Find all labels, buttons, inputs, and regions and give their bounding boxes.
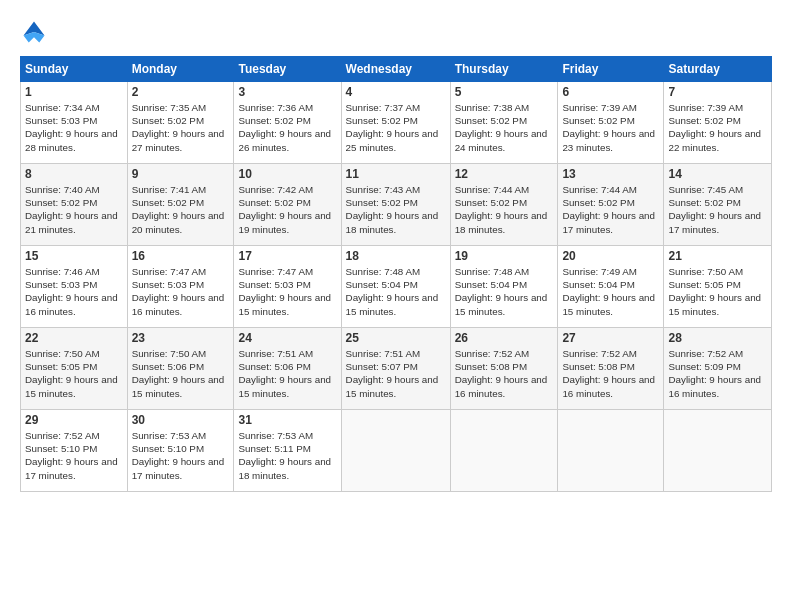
calendar-cell: 14 Sunrise: 7:45 AMSunset: 5:02 PMDaylig… xyxy=(664,164,772,246)
calendar-cell: 6 Sunrise: 7:39 AMSunset: 5:02 PMDayligh… xyxy=(558,82,664,164)
day-number: 23 xyxy=(132,331,230,345)
weekday-header-friday: Friday xyxy=(558,57,664,82)
day-number: 9 xyxy=(132,167,230,181)
calendar-cell: 27 Sunrise: 7:52 AMSunset: 5:08 PMDaylig… xyxy=(558,328,664,410)
day-info: Sunrise: 7:40 AMSunset: 5:02 PMDaylight:… xyxy=(25,183,123,236)
calendar-cell: 4 Sunrise: 7:37 AMSunset: 5:02 PMDayligh… xyxy=(341,82,450,164)
day-number: 4 xyxy=(346,85,446,99)
day-number: 19 xyxy=(455,249,554,263)
calendar-cell: 22 Sunrise: 7:50 AMSunset: 5:05 PMDaylig… xyxy=(21,328,128,410)
day-number: 13 xyxy=(562,167,659,181)
day-info: Sunrise: 7:50 AMSunset: 5:05 PMDaylight:… xyxy=(668,265,767,318)
day-info: Sunrise: 7:36 AMSunset: 5:02 PMDaylight:… xyxy=(238,101,336,154)
calendar-cell: 17 Sunrise: 7:47 AMSunset: 5:03 PMDaylig… xyxy=(234,246,341,328)
day-number: 17 xyxy=(238,249,336,263)
day-number: 12 xyxy=(455,167,554,181)
day-info: Sunrise: 7:42 AMSunset: 5:02 PMDaylight:… xyxy=(238,183,336,236)
day-info: Sunrise: 7:50 AMSunset: 5:06 PMDaylight:… xyxy=(132,347,230,400)
day-number: 7 xyxy=(668,85,767,99)
day-number: 14 xyxy=(668,167,767,181)
calendar-cell: 12 Sunrise: 7:44 AMSunset: 5:02 PMDaylig… xyxy=(450,164,558,246)
calendar-cell: 18 Sunrise: 7:48 AMSunset: 5:04 PMDaylig… xyxy=(341,246,450,328)
calendar-cell: 23 Sunrise: 7:50 AMSunset: 5:06 PMDaylig… xyxy=(127,328,234,410)
day-info: Sunrise: 7:48 AMSunset: 5:04 PMDaylight:… xyxy=(346,265,446,318)
week-row-2: 8 Sunrise: 7:40 AMSunset: 5:02 PMDayligh… xyxy=(21,164,772,246)
calendar: SundayMondayTuesdayWednesdayThursdayFrid… xyxy=(20,56,772,492)
day-number: 30 xyxy=(132,413,230,427)
day-info: Sunrise: 7:53 AMSunset: 5:11 PMDaylight:… xyxy=(238,429,336,482)
day-number: 29 xyxy=(25,413,123,427)
day-info: Sunrise: 7:47 AMSunset: 5:03 PMDaylight:… xyxy=(238,265,336,318)
calendar-cell: 7 Sunrise: 7:39 AMSunset: 5:02 PMDayligh… xyxy=(664,82,772,164)
day-number: 1 xyxy=(25,85,123,99)
calendar-cell: 13 Sunrise: 7:44 AMSunset: 5:02 PMDaylig… xyxy=(558,164,664,246)
day-info: Sunrise: 7:53 AMSunset: 5:10 PMDaylight:… xyxy=(132,429,230,482)
calendar-cell xyxy=(558,410,664,492)
day-info: Sunrise: 7:47 AMSunset: 5:03 PMDaylight:… xyxy=(132,265,230,318)
day-info: Sunrise: 7:44 AMSunset: 5:02 PMDaylight:… xyxy=(455,183,554,236)
day-info: Sunrise: 7:48 AMSunset: 5:04 PMDaylight:… xyxy=(455,265,554,318)
day-number: 8 xyxy=(25,167,123,181)
weekday-row: SundayMondayTuesdayWednesdayThursdayFrid… xyxy=(21,57,772,82)
day-info: Sunrise: 7:52 AMSunset: 5:08 PMDaylight:… xyxy=(562,347,659,400)
day-number: 2 xyxy=(132,85,230,99)
calendar-header: SundayMondayTuesdayWednesdayThursdayFrid… xyxy=(21,57,772,82)
day-number: 27 xyxy=(562,331,659,345)
calendar-cell: 2 Sunrise: 7:35 AMSunset: 5:02 PMDayligh… xyxy=(127,82,234,164)
calendar-cell: 25 Sunrise: 7:51 AMSunset: 5:07 PMDaylig… xyxy=(341,328,450,410)
header xyxy=(20,18,772,46)
weekday-header-thursday: Thursday xyxy=(450,57,558,82)
weekday-header-wednesday: Wednesday xyxy=(341,57,450,82)
day-number: 22 xyxy=(25,331,123,345)
day-info: Sunrise: 7:39 AMSunset: 5:02 PMDaylight:… xyxy=(562,101,659,154)
weekday-header-sunday: Sunday xyxy=(21,57,128,82)
day-number: 10 xyxy=(238,167,336,181)
calendar-cell: 15 Sunrise: 7:46 AMSunset: 5:03 PMDaylig… xyxy=(21,246,128,328)
day-info: Sunrise: 7:44 AMSunset: 5:02 PMDaylight:… xyxy=(562,183,659,236)
weekday-header-saturday: Saturday xyxy=(664,57,772,82)
day-number: 20 xyxy=(562,249,659,263)
day-info: Sunrise: 7:37 AMSunset: 5:02 PMDaylight:… xyxy=(346,101,446,154)
day-number: 26 xyxy=(455,331,554,345)
week-row-3: 15 Sunrise: 7:46 AMSunset: 5:03 PMDaylig… xyxy=(21,246,772,328)
day-info: Sunrise: 7:49 AMSunset: 5:04 PMDaylight:… xyxy=(562,265,659,318)
day-info: Sunrise: 7:41 AMSunset: 5:02 PMDaylight:… xyxy=(132,183,230,236)
calendar-cell: 11 Sunrise: 7:43 AMSunset: 5:02 PMDaylig… xyxy=(341,164,450,246)
day-number: 18 xyxy=(346,249,446,263)
day-info: Sunrise: 7:51 AMSunset: 5:07 PMDaylight:… xyxy=(346,347,446,400)
day-info: Sunrise: 7:38 AMSunset: 5:02 PMDaylight:… xyxy=(455,101,554,154)
calendar-cell: 3 Sunrise: 7:36 AMSunset: 5:02 PMDayligh… xyxy=(234,82,341,164)
day-info: Sunrise: 7:52 AMSunset: 5:08 PMDaylight:… xyxy=(455,347,554,400)
day-info: Sunrise: 7:43 AMSunset: 5:02 PMDaylight:… xyxy=(346,183,446,236)
calendar-cell: 16 Sunrise: 7:47 AMSunset: 5:03 PMDaylig… xyxy=(127,246,234,328)
weekday-header-tuesday: Tuesday xyxy=(234,57,341,82)
day-number: 31 xyxy=(238,413,336,427)
day-number: 16 xyxy=(132,249,230,263)
calendar-cell: 5 Sunrise: 7:38 AMSunset: 5:02 PMDayligh… xyxy=(450,82,558,164)
day-number: 28 xyxy=(668,331,767,345)
calendar-body: 1 Sunrise: 7:34 AMSunset: 5:03 PMDayligh… xyxy=(21,82,772,492)
calendar-cell xyxy=(450,410,558,492)
week-row-4: 22 Sunrise: 7:50 AMSunset: 5:05 PMDaylig… xyxy=(21,328,772,410)
calendar-cell xyxy=(341,410,450,492)
day-number: 11 xyxy=(346,167,446,181)
page: SundayMondayTuesdayWednesdayThursdayFrid… xyxy=(0,0,792,612)
day-info: Sunrise: 7:46 AMSunset: 5:03 PMDaylight:… xyxy=(25,265,123,318)
day-number: 5 xyxy=(455,85,554,99)
calendar-cell: 20 Sunrise: 7:49 AMSunset: 5:04 PMDaylig… xyxy=(558,246,664,328)
calendar-cell: 19 Sunrise: 7:48 AMSunset: 5:04 PMDaylig… xyxy=(450,246,558,328)
day-info: Sunrise: 7:52 AMSunset: 5:09 PMDaylight:… xyxy=(668,347,767,400)
day-number: 3 xyxy=(238,85,336,99)
calendar-cell: 28 Sunrise: 7:52 AMSunset: 5:09 PMDaylig… xyxy=(664,328,772,410)
calendar-cell: 8 Sunrise: 7:40 AMSunset: 5:02 PMDayligh… xyxy=(21,164,128,246)
day-info: Sunrise: 7:34 AMSunset: 5:03 PMDaylight:… xyxy=(25,101,123,154)
week-row-5: 29 Sunrise: 7:52 AMSunset: 5:10 PMDaylig… xyxy=(21,410,772,492)
calendar-cell: 26 Sunrise: 7:52 AMSunset: 5:08 PMDaylig… xyxy=(450,328,558,410)
calendar-cell: 24 Sunrise: 7:51 AMSunset: 5:06 PMDaylig… xyxy=(234,328,341,410)
calendar-cell: 30 Sunrise: 7:53 AMSunset: 5:10 PMDaylig… xyxy=(127,410,234,492)
day-number: 25 xyxy=(346,331,446,345)
day-info: Sunrise: 7:52 AMSunset: 5:10 PMDaylight:… xyxy=(25,429,123,482)
week-row-1: 1 Sunrise: 7:34 AMSunset: 5:03 PMDayligh… xyxy=(21,82,772,164)
day-number: 15 xyxy=(25,249,123,263)
calendar-cell: 21 Sunrise: 7:50 AMSunset: 5:05 PMDaylig… xyxy=(664,246,772,328)
